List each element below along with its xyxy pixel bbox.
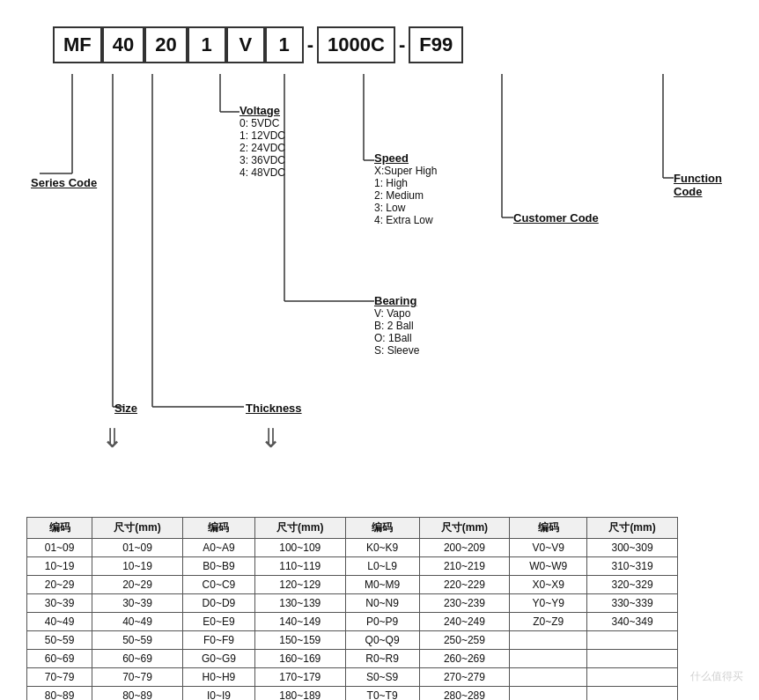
table-cell-0-3: 100~109: [254, 539, 345, 557]
bearing-option-2: O: 1Ball: [374, 332, 419, 344]
speed-option-4: 4: Extra Low: [374, 214, 437, 226]
table-cell-1-4: L0~L9: [345, 557, 419, 576]
table-cell-5-0: 50~59: [27, 631, 92, 650]
table-cell-0-4: K0~K9: [345, 539, 419, 557]
bearing-option-3: S: Sleeve: [374, 344, 419, 357]
table-cell-4-7: 340~349: [587, 613, 678, 631]
table-cell-3-6: Y0~Y9: [510, 594, 587, 613]
size-table: 编码 尺寸(mm) 编码 尺寸(mm) 编码 尺寸(mm) 编码 尺寸(mm) …: [26, 517, 678, 700]
col-header-5: 尺寸(mm): [419, 518, 510, 539]
speed-option-0: X:Super High: [374, 165, 437, 177]
model-sep-1: -: [304, 33, 317, 56]
table-cell-2-4: M0~M9: [345, 576, 419, 594]
table-row: 01~0901~09A0~A9100~109K0~K9200~209V0~V93…: [27, 539, 678, 557]
col-header-6: 编码: [510, 518, 587, 539]
model-part-mf: MF: [53, 26, 102, 63]
table-cell-6-5: 260~269: [419, 650, 510, 668]
table-cell-0-1: 01~09: [92, 539, 183, 557]
function-code-label: Function Code: [674, 172, 748, 198]
table-cell-8-7: [587, 687, 678, 701]
table-cell-2-0: 20~29: [27, 576, 92, 594]
watermark: 什么值得买: [690, 669, 743, 684]
table-cell-6-3: 160~169: [254, 650, 345, 668]
table-cell-8-0: 80~89: [27, 687, 92, 701]
thickness-label: Thickness: [246, 402, 302, 415]
size-label: Size: [114, 402, 137, 415]
model-part-f99: F99: [409, 26, 463, 63]
table-cell-5-3: 150~159: [254, 631, 345, 650]
col-header-2: 编码: [182, 518, 254, 539]
table-cell-1-5: 210~219: [419, 557, 510, 576]
table-cell-7-1: 70~79: [92, 668, 183, 687]
table-cell-5-5: 250~259: [419, 631, 510, 650]
col-header-1: 尺寸(mm): [92, 518, 183, 539]
model-part-1b: 1: [265, 26, 304, 63]
model-part-40: 40: [102, 26, 144, 63]
table-cell-6-7: [587, 650, 678, 668]
size-arrow: ⇓: [101, 423, 123, 453]
speed-label: Speed X:Super High 1: High 2: Medium 3: …: [374, 151, 437, 226]
table-cell-3-1: 30~39: [92, 594, 183, 613]
table-cell-2-1: 20~29: [92, 576, 183, 594]
table-cell-4-0: 40~49: [27, 613, 92, 631]
col-header-7: 尺寸(mm): [587, 518, 678, 539]
table-cell-3-3: 130~139: [254, 594, 345, 613]
table-cell-2-6: X0~X9: [510, 576, 587, 594]
table-cell-6-6: [510, 650, 587, 668]
table-row: 50~5950~59F0~F9150~159Q0~Q9250~259: [27, 631, 678, 650]
speed-option-3: 3: Low: [374, 202, 437, 214]
bearing-option-1: B: 2 Ball: [374, 320, 419, 332]
table-cell-8-2: I0~I9: [182, 687, 254, 701]
table-cell-6-4: R0~R9: [345, 650, 419, 668]
table-cell-5-6: [510, 631, 587, 650]
model-row: MF 40 20 1 V 1 - 1000C - F99: [53, 26, 733, 63]
table-cell-7-0: 70~79: [27, 668, 92, 687]
table-cell-4-1: 40~49: [92, 613, 183, 631]
model-part-20: 20: [144, 26, 187, 63]
table-cell-6-1: 60~69: [92, 650, 183, 668]
table-cell-5-7: [587, 631, 678, 650]
table-cell-5-2: F0~F9: [182, 631, 254, 650]
table-cell-0-6: V0~V9: [510, 539, 587, 557]
table-cell-7-2: H0~H9: [182, 668, 254, 687]
model-sep-2: -: [395, 33, 409, 56]
table-cell-2-2: C0~C9: [182, 576, 254, 594]
table-cell-0-7: 300~309: [587, 539, 678, 557]
table-cell-3-5: 230~239: [419, 594, 510, 613]
table-cell-7-4: S0~S9: [345, 668, 419, 687]
table-cell-8-6: [510, 687, 587, 701]
table-cell-0-5: 200~209: [419, 539, 510, 557]
table-section: 编码 尺寸(mm) 编码 尺寸(mm) 编码 尺寸(mm) 编码 尺寸(mm) …: [26, 517, 733, 700]
table-cell-7-5: 270~279: [419, 668, 510, 687]
model-part-v: V: [226, 26, 265, 63]
table-cell-8-5: 280~289: [419, 687, 510, 701]
table-row: 70~7970~79H0~H9170~179S0~S9270~279: [27, 668, 678, 687]
speed-option-1: 1: High: [374, 177, 437, 189]
voltage-option-4: 4: 48VDC: [239, 166, 285, 179]
table-cell-8-4: T0~T9: [345, 687, 419, 701]
table-row: 10~1910~19B0~B9110~119L0~L9210~219W0~W93…: [27, 557, 678, 576]
table-cell-3-7: 330~339: [587, 594, 678, 613]
model-part-1000c: 1000C: [317, 26, 395, 63]
table-cell-1-1: 10~19: [92, 557, 183, 576]
table-row: 30~3930~39D0~D9130~139N0~N9230~239Y0~Y93…: [27, 594, 678, 613]
voltage-option-2: 2: 24VDC: [239, 142, 285, 154]
table-cell-0-2: A0~A9: [182, 539, 254, 557]
voltage-option-0: 0: 5VDC: [239, 117, 285, 129]
table-cell-8-3: 180~189: [254, 687, 345, 701]
table-cell-4-2: E0~E9: [182, 613, 254, 631]
table-cell-6-2: G0~G9: [182, 650, 254, 668]
table-cell-0-0: 01~09: [27, 539, 92, 557]
table-cell-2-5: 220~229: [419, 576, 510, 594]
table-cell-4-3: 140~149: [254, 613, 345, 631]
voltage-option-1: 1: 12VDC: [239, 129, 285, 142]
table-cell-1-3: 110~119: [254, 557, 345, 576]
table-cell-8-1: 80~89: [92, 687, 183, 701]
model-part-1: 1: [188, 26, 226, 63]
table-row: 40~4940~49E0~E9140~149P0~P9240~249Z0~Z93…: [27, 613, 678, 631]
bearing-option-0: V: Vapo: [374, 307, 419, 320]
table-cell-1-6: W0~W9: [510, 557, 587, 576]
customer-code-label: Customer Code: [513, 211, 599, 225]
table-cell-3-2: D0~D9: [182, 594, 254, 613]
col-header-4: 编码: [345, 518, 419, 539]
